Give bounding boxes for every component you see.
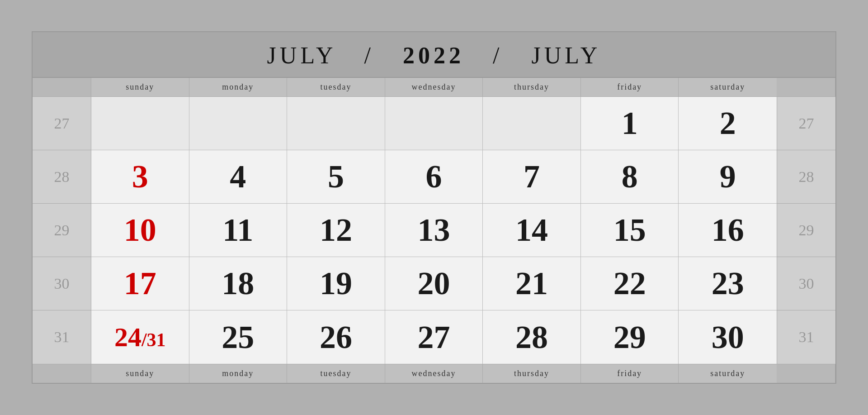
header-title: JULY / 2022 / JULY [37, 42, 831, 69]
week-num-col-header-right [777, 78, 835, 97]
day-25: 25 [189, 310, 288, 364]
separator-right: / [493, 43, 503, 68]
calendar-body: sunday monday tuesday wednesday thursday… [33, 77, 835, 383]
day-14: 14 [483, 204, 581, 257]
week-num-27: 27 [33, 97, 91, 150]
week-num-col-header [33, 78, 91, 97]
header-tuesday: tuesday [287, 78, 385, 97]
footer-sunday: sunday [91, 364, 189, 383]
header-monday: monday [189, 78, 288, 97]
week-num-31: 31 [33, 310, 91, 364]
header-thursday: thursday [483, 78, 581, 97]
footer-monday: monday [189, 364, 288, 383]
footer-friday: friday [581, 364, 679, 383]
day-4: 4 [189, 150, 288, 204]
day-8: 8 [581, 150, 679, 204]
day-18: 18 [189, 257, 288, 310]
day-29: 29 [581, 310, 679, 364]
week-num-29: 29 [33, 204, 91, 257]
day-31-slash: /31 [142, 329, 166, 351]
day-24-31: 24/31 [91, 310, 189, 364]
day-24: 24 [114, 322, 142, 353]
footer-saturday: saturday [679, 364, 777, 383]
day-28: 28 [483, 310, 581, 364]
header-friday: friday [581, 78, 679, 97]
day-13: 13 [385, 204, 483, 257]
day-cell-empty-4 [385, 97, 483, 150]
day-cell-empty-1 [91, 97, 189, 150]
day-22: 22 [581, 257, 679, 310]
week-num-30: 30 [33, 257, 91, 310]
day-6: 6 [385, 150, 483, 204]
day-7: 7 [483, 150, 581, 204]
day-5: 5 [287, 150, 385, 204]
day-cell-empty-5 [483, 97, 581, 150]
day-9: 9 [679, 150, 777, 204]
day-21: 21 [483, 257, 581, 310]
day-3: 3 [91, 150, 189, 204]
day-26: 26 [287, 310, 385, 364]
footer-wednesday: wednesday [385, 364, 483, 383]
week-num-28: 28 [33, 150, 91, 204]
day-16: 16 [679, 204, 777, 257]
day-27: 27 [385, 310, 483, 364]
day-12: 12 [287, 204, 385, 257]
week-num-col-footer-right [777, 364, 835, 383]
separator-left: / [364, 43, 374, 68]
month-right: JULY [531, 43, 601, 68]
day-cell-empty-3 [287, 97, 385, 150]
right-col-30: 30 [777, 257, 835, 310]
day-23: 23 [679, 257, 777, 310]
week-num-col-footer [33, 364, 91, 383]
day-cell-empty-2 [189, 97, 288, 150]
calendar: JULY / 2022 / JULY sunday monday tuesday… [32, 31, 836, 384]
day-2: 2 [679, 97, 777, 150]
day-19: 19 [287, 257, 385, 310]
day-17: 17 [91, 257, 189, 310]
calendar-header: JULY / 2022 / JULY [33, 32, 835, 77]
footer-thursday: thursday [483, 364, 581, 383]
right-col-29: 29 [777, 204, 835, 257]
day-1: 1 [581, 97, 679, 150]
year: 2022 [403, 43, 464, 68]
right-col-28: 28 [777, 150, 835, 204]
month-left: JULY [267, 43, 336, 68]
header-wednesday: wednesday [385, 78, 483, 97]
day-10: 10 [91, 204, 189, 257]
right-col-27: 27 [777, 97, 835, 150]
right-col-31: 31 [777, 310, 835, 364]
header-sunday: sunday [91, 78, 189, 97]
calendar-grid: sunday monday tuesday wednesday thursday… [33, 77, 835, 383]
footer-tuesday: tuesday [287, 364, 385, 383]
day-15: 15 [581, 204, 679, 257]
day-11: 11 [189, 204, 288, 257]
day-20: 20 [385, 257, 483, 310]
day-30: 30 [679, 310, 777, 364]
header-saturday: saturday [679, 78, 777, 97]
